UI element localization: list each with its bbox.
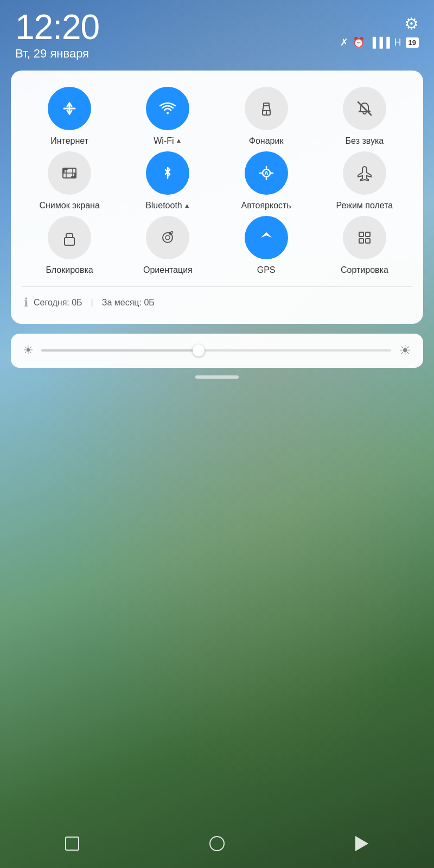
quick-settings-grid: Интернет Wi-Fi▲ bbox=[22, 87, 412, 276]
sort-icon-circle bbox=[343, 216, 386, 259]
network-type-icon: H bbox=[394, 37, 401, 48]
orientation-label: Ориентация bbox=[143, 265, 193, 275]
brightness-panel: ☀ ☀ bbox=[11, 334, 423, 368]
settings-icon[interactable]: ⚙ bbox=[404, 14, 419, 33]
recent-apps-icon bbox=[65, 837, 79, 851]
gps-label: GPS bbox=[257, 265, 276, 275]
autobrightness-label: Автояркость bbox=[241, 200, 291, 210]
svg-rect-18 bbox=[366, 232, 370, 237]
wifi-icon bbox=[158, 99, 177, 118]
status-bar-left: 12:20 Вт, 29 января bbox=[15, 10, 99, 61]
screenshot-icon bbox=[60, 163, 79, 183]
quick-item-airplane[interactable]: Режим полета bbox=[317, 151, 412, 210]
brightness-high-icon: ☀ bbox=[399, 342, 411, 359]
lock-label: Блокировка bbox=[46, 265, 93, 275]
quick-item-sort[interactable]: Сортировка bbox=[317, 216, 412, 275]
clock: 12:20 bbox=[15, 10, 99, 44]
silent-icon bbox=[355, 99, 374, 118]
svg-rect-19 bbox=[359, 239, 363, 243]
quick-item-gps[interactable]: GPS bbox=[219, 216, 314, 275]
sort-label: Сортировка bbox=[341, 265, 388, 275]
autobrightness-icon-circle: A bbox=[245, 151, 288, 195]
bluetooth-icon-circle bbox=[146, 151, 189, 195]
sort-icon bbox=[355, 228, 374, 247]
alarm-icon: ⏰ bbox=[353, 36, 365, 48]
status-icons: ✗ ⏰ ▐▐▐ H 19 bbox=[340, 36, 419, 48]
back-icon bbox=[355, 836, 368, 851]
silent-label: Без звука bbox=[346, 136, 384, 146]
battery-badge: 19 bbox=[406, 37, 419, 48]
date: Вт, 29 января bbox=[15, 47, 99, 61]
handle-pill bbox=[195, 375, 239, 379]
gps-icon-circle bbox=[245, 216, 288, 259]
internet-icon-circle bbox=[48, 87, 91, 130]
flashlight-icon-circle bbox=[245, 87, 288, 130]
home-icon bbox=[209, 836, 225, 851]
status-bar: 12:20 Вт, 29 января ⚙ ✗ ⏰ ▐▐▐ H 19 bbox=[0, 0, 434, 65]
airplane-icon bbox=[355, 163, 374, 183]
data-separator: | bbox=[91, 298, 93, 308]
wifi-icon-circle bbox=[146, 87, 189, 130]
quick-item-wifi[interactable]: Wi-Fi▲ bbox=[120, 87, 215, 146]
data-info-icon: ℹ bbox=[24, 296, 28, 310]
svg-rect-17 bbox=[359, 232, 363, 237]
quick-settings-panel: Интернет Wi-Fi▲ bbox=[11, 71, 423, 324]
svg-rect-20 bbox=[366, 239, 370, 243]
flashlight-label: Фонарик bbox=[249, 136, 284, 146]
gps-icon bbox=[257, 228, 276, 247]
screenshot-icon-circle bbox=[48, 151, 91, 195]
quick-item-lock[interactable]: Блокировка bbox=[22, 216, 117, 275]
data-today: Сегодня: 0Б bbox=[34, 298, 82, 308]
quick-item-autobrightness[interactable]: A Автояркость bbox=[219, 151, 314, 210]
data-month: За месяц: 0Б bbox=[102, 298, 155, 308]
data-usage-row: ℹ Сегодня: 0Б | За месяц: 0Б bbox=[22, 292, 412, 313]
flashlight-icon bbox=[257, 99, 276, 118]
internet-icon bbox=[60, 99, 79, 118]
panel-divider bbox=[22, 286, 412, 287]
brightness-fill bbox=[41, 349, 199, 352]
back-button[interactable] bbox=[346, 827, 378, 860]
recent-apps-button[interactable] bbox=[56, 827, 88, 860]
lock-icon bbox=[60, 228, 79, 247]
orientation-icon-circle bbox=[146, 216, 189, 259]
handle-bar bbox=[0, 375, 434, 379]
bluetooth-status-icon: ✗ bbox=[340, 36, 348, 48]
svg-rect-14 bbox=[65, 238, 74, 245]
svg-line-3 bbox=[358, 102, 371, 115]
bluetooth-icon bbox=[158, 163, 177, 183]
brightness-thumb[interactable] bbox=[193, 344, 205, 356]
status-bar-right: ⚙ ✗ ⏰ ▐▐▐ H 19 bbox=[340, 10, 419, 48]
wifi-label: Wi-Fi▲ bbox=[154, 136, 182, 146]
quick-item-bluetooth[interactable]: Bluetooth▲ bbox=[120, 151, 215, 210]
quick-item-internet[interactable]: Интернет bbox=[22, 87, 117, 146]
airplane-icon-circle bbox=[343, 151, 386, 195]
quick-item-screenshot[interactable]: Снимок экрана bbox=[22, 151, 117, 210]
airplane-label: Режим полета bbox=[336, 200, 393, 210]
home-button[interactable] bbox=[201, 827, 233, 860]
brightness-low-icon: ☀ bbox=[23, 343, 34, 358]
bottom-nav bbox=[0, 825, 434, 868]
autobrightness-icon: A bbox=[257, 163, 276, 183]
signal-icon: ▐▐▐ bbox=[369, 37, 390, 48]
lock-icon-circle bbox=[48, 216, 91, 259]
bluetooth-label: Bluetooth▲ bbox=[145, 200, 190, 210]
silent-icon-circle bbox=[343, 87, 386, 130]
screenshot-label: Снимок экрана bbox=[39, 200, 99, 210]
orientation-icon bbox=[158, 228, 177, 247]
quick-item-orientation[interactable]: Ориентация bbox=[120, 216, 215, 275]
internet-label: Интернет bbox=[50, 136, 88, 146]
svg-point-16 bbox=[165, 235, 170, 240]
quick-item-silent[interactable]: Без звука bbox=[317, 87, 412, 146]
svg-text:A: A bbox=[264, 170, 269, 176]
brightness-slider[interactable] bbox=[41, 349, 391, 352]
quick-item-flashlight[interactable]: Фонарик bbox=[219, 87, 314, 146]
